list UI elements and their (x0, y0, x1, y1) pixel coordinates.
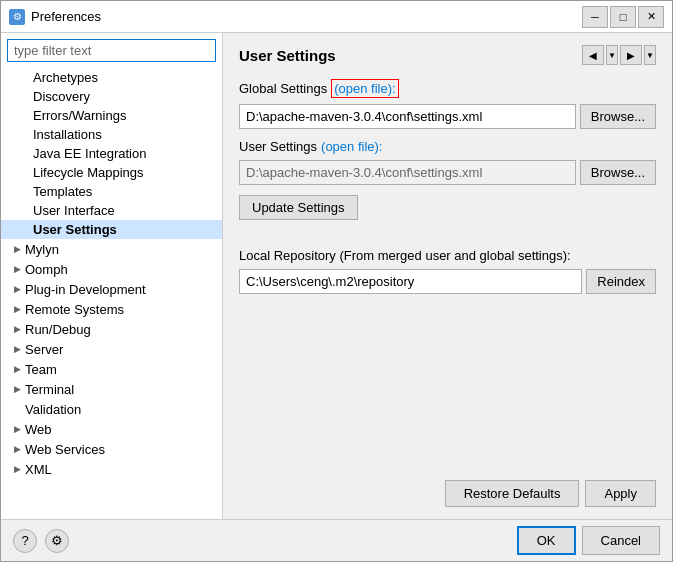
tree-item-terminal[interactable]: ▶ Terminal (1, 379, 222, 399)
user-settings-path-input[interactable] (239, 160, 576, 185)
help-icon: ? (21, 533, 28, 548)
expand-icon-terminal: ▶ (9, 381, 25, 397)
help-icon-button[interactable]: ? (13, 529, 37, 553)
update-settings-button[interactable]: Update Settings (239, 195, 358, 220)
local-repo-input-row: Reindex (239, 269, 656, 294)
window-controls: ─ □ ✕ (582, 6, 664, 28)
tree-item-server[interactable]: ▶ Server (1, 339, 222, 359)
bottom-bar: ? ⚙ OK Cancel (1, 519, 672, 561)
panel-actions: Restore Defaults Apply (239, 480, 656, 507)
tree-item-archetypes[interactable]: Archetypes (1, 68, 222, 87)
expand-icon-web: ▶ (9, 421, 25, 437)
global-settings-input-row: Browse... (239, 104, 656, 129)
global-settings-browse-button[interactable]: Browse... (580, 104, 656, 129)
close-button[interactable]: ✕ (638, 6, 664, 28)
maximize-button[interactable]: □ (610, 6, 636, 28)
local-repo-label-row: Local Repository (From merged user and g… (239, 248, 656, 263)
panel-nav: ◀ ▼ ▶ ▼ (582, 45, 656, 65)
dialog-title: Preferences (31, 9, 582, 24)
minimize-button[interactable]: ─ (582, 6, 608, 28)
tree-item-web[interactable]: ▶ Web (1, 419, 222, 439)
tree-item-templates[interactable]: Templates (1, 182, 222, 201)
local-repo-path-input[interactable] (239, 269, 582, 294)
user-settings-link[interactable]: (open file): (321, 139, 382, 154)
settings-panel: User Settings ◀ ▼ ▶ ▼ Global Settings (o… (223, 33, 672, 519)
main-content: Archetypes Discovery Errors/Warnings Ins… (1, 33, 672, 519)
settings-icon: ⚙ (51, 533, 63, 548)
nav-forward-dropdown-button[interactable]: ▼ (644, 45, 656, 65)
tree-item-oomph[interactable]: ▶ Oomph (1, 259, 222, 279)
tree-item-lifecycle[interactable]: Lifecycle Mappings (1, 163, 222, 182)
settings-icon-button[interactable]: ⚙ (45, 529, 69, 553)
bottom-left-icons: ? ⚙ (13, 529, 69, 553)
expand-icon-oomph: ▶ (9, 261, 25, 277)
nav-back-dropdown-button[interactable]: ▼ (606, 45, 618, 65)
global-settings-row: Global Settings (open file): (239, 79, 656, 98)
preferences-dialog: Preferences ─ □ ✕ Archetypes Discovery E… (0, 0, 673, 562)
expand-icon-xml: ▶ (9, 461, 25, 477)
panel-header: User Settings ◀ ▼ ▶ ▼ (239, 45, 656, 65)
title-bar: Preferences ─ □ ✕ (1, 1, 672, 33)
tree-item-discovery[interactable]: Discovery (1, 87, 222, 106)
user-settings-browse-button[interactable]: Browse... (580, 160, 656, 185)
tree-item-web-services[interactable]: ▶ Web Services (1, 439, 222, 459)
expand-icon-web-services: ▶ (9, 441, 25, 457)
global-settings-link[interactable]: (open file): (331, 79, 398, 98)
nav-forward-button[interactable]: ▶ (620, 45, 642, 65)
tree-item-user-interface[interactable]: User Interface (1, 201, 222, 220)
expand-icon-run-debug: ▶ (9, 321, 25, 337)
cancel-button[interactable]: Cancel (582, 526, 660, 555)
tree-item-user-settings[interactable]: User Settings (1, 220, 222, 239)
tree-item-mylyn[interactable]: ▶ Mylyn (1, 239, 222, 259)
tree-item-plugin-dev[interactable]: ▶ Plug-in Development (1, 279, 222, 299)
expand-icon-remote-systems: ▶ (9, 301, 25, 317)
reindex-button[interactable]: Reindex (586, 269, 656, 294)
spacer (239, 304, 656, 480)
tree-item-java-ee[interactable]: Java EE Integration (1, 144, 222, 163)
tree-item-run-debug[interactable]: ▶ Run/Debug (1, 319, 222, 339)
apply-button[interactable]: Apply (585, 480, 656, 507)
user-settings-row: User Settings (open file): (239, 139, 656, 154)
tree-item-remote-systems[interactable]: ▶ Remote Systems (1, 299, 222, 319)
tree-item-validation[interactable]: ▶ Validation (1, 399, 222, 419)
tree-item-xml[interactable]: ▶ XML (1, 459, 222, 479)
global-settings-path-input[interactable] (239, 104, 576, 129)
local-repo-label: Local Repository (From merged user and g… (239, 248, 571, 263)
nav-back-button[interactable]: ◀ (582, 45, 604, 65)
restore-defaults-button[interactable]: Restore Defaults (445, 480, 580, 507)
filter-input[interactable] (7, 39, 216, 62)
sidebar: Archetypes Discovery Errors/Warnings Ins… (1, 33, 223, 519)
tree-container: Archetypes Discovery Errors/Warnings Ins… (1, 68, 222, 519)
tree-item-installations[interactable]: Installations (1, 125, 222, 144)
ok-button[interactable]: OK (517, 526, 576, 555)
expand-icon-server: ▶ (9, 341, 25, 357)
expand-icon-plugin-dev: ▶ (9, 281, 25, 297)
user-settings-label: User Settings (239, 139, 317, 154)
expand-icon-mylyn: ▶ (9, 241, 25, 257)
dialog-icon (9, 9, 25, 25)
global-settings-label: Global Settings (239, 81, 327, 96)
user-settings-input-row: Browse... (239, 160, 656, 185)
bottom-right-buttons: OK Cancel (517, 526, 660, 555)
expand-icon-team: ▶ (9, 361, 25, 377)
tree-item-team[interactable]: ▶ Team (1, 359, 222, 379)
panel-title: User Settings (239, 47, 336, 64)
tree-item-errors-warnings[interactable]: Errors/Warnings (1, 106, 222, 125)
